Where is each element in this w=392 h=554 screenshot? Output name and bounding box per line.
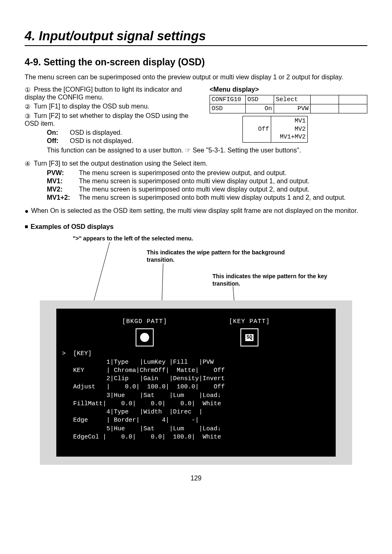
mv12-desc: The menu screen is superimposed onto bot… xyxy=(79,194,346,201)
osd-menu-text: > [KEY] 1|Type |LumKey |Fill |PVW KEY | … xyxy=(62,350,318,441)
page-number: 129 xyxy=(25,475,367,482)
menu-sub-mv12: MV1+MV2 xyxy=(273,133,306,141)
bkgd-pattern-label: [BKGD PATT] xyxy=(122,318,167,326)
step-4: ④ Turn [F3] to set the output destinatio… xyxy=(25,160,367,168)
section-title: 4-9. Setting the on-screen display (OSD) xyxy=(25,57,367,68)
mv1-label: MV1: xyxy=(47,178,77,185)
key-pattern-label: [KEY PATT] xyxy=(229,318,270,326)
menu-r1c4 xyxy=(311,95,339,104)
step-3: ③ Turn [F2] to set whether to display th… xyxy=(25,112,204,127)
chapter-title: 4. Input/output signal settings xyxy=(25,29,367,46)
bullet-icon: ● xyxy=(25,207,29,215)
menu-r1c1: CONFIG10 xyxy=(210,95,246,104)
note-bullet: ● When On is selected as the OSD item se… xyxy=(25,207,367,215)
menu-display-table-sub: Off MV1 MV2 MV1+MV2 xyxy=(242,116,308,143)
menu-r1c5 xyxy=(339,95,367,104)
step-1-text: Press the [CONFIG] button to light its i… xyxy=(25,86,182,101)
mv2-desc: The menu screen is superimposed onto mul… xyxy=(79,186,309,193)
menu-r1c2: OSD xyxy=(246,95,274,104)
step-1-number: ① xyxy=(25,86,32,94)
mv2-label: MV2: xyxy=(47,186,77,193)
function-note: This function can be assigned to a user … xyxy=(25,146,367,154)
menu-r2c1: OSD xyxy=(210,104,246,113)
osd-example-panel: [BKGD PATT] [KEY PATT] SQ > [KEY] 1|Type… xyxy=(40,300,352,465)
mv12-label: MV1+2: xyxy=(47,194,77,201)
examples-heading-text: Examples of OSD displays xyxy=(30,223,113,231)
step-2-number: ② xyxy=(25,103,32,111)
step-3-on: On: OSD is displayed. xyxy=(47,129,204,136)
key-pattern-block: [KEY PATT] SQ xyxy=(229,318,270,346)
step-2-text: Turn [F1] to display the OSD sub menu. xyxy=(34,103,149,110)
step-3-off: Off: OSD is not displayed. xyxy=(47,137,204,145)
on-desc: OSD is displayed. xyxy=(70,129,122,136)
bkgd-pattern-icon xyxy=(136,328,154,346)
step-1: ① Press the [CONFIG] button to light its… xyxy=(25,86,204,101)
square-icon: ■ xyxy=(25,223,28,231)
pvw-label: PVW: xyxy=(47,169,77,177)
osd-screen: [BKGD PATT] [KEY PATT] SQ > [KEY] 1|Type… xyxy=(56,309,336,457)
step-3-number: ③ xyxy=(25,112,32,120)
section-intro: The menu screen can be superimposed onto… xyxy=(25,74,367,81)
menu-sub-mv1: MV1 xyxy=(273,117,306,125)
menu-r2c4 xyxy=(311,104,339,113)
mv1-desc: The menu screen is superimposed onto mul… xyxy=(79,178,309,185)
step-3-text: Turn [F2] to set whether to display the … xyxy=(25,112,189,127)
menu-display-table-main: CONFIG10 OSD Select OSD On PVW xyxy=(210,95,367,113)
step-4-mv12: MV1+2: The menu screen is superimposed o… xyxy=(47,194,367,201)
step-2: ② Turn [F1] to display the OSD sub menu. xyxy=(25,103,204,111)
menu-r2c2: On xyxy=(246,104,274,113)
note-text: When On is selected as the OSD item sett… xyxy=(31,207,358,215)
menu-r2c3: PVW xyxy=(274,104,311,113)
step-4-text: Turn [F3] to set the output destination … xyxy=(34,160,208,167)
off-desc: OSD is not displayed. xyxy=(70,137,133,145)
step-4-mv1: MV1: The menu screen is superimposed ont… xyxy=(47,178,367,185)
step-4-number: ④ xyxy=(25,160,32,168)
menu-display-heading: <Menu display> xyxy=(210,86,367,93)
menu-sub-off: Off xyxy=(243,116,271,143)
menu-sub-mv2: MV2 xyxy=(273,125,306,134)
pvw-desc: The menu screen is superimposed onto the… xyxy=(79,169,286,177)
step-4-mv2: MV2: The menu screen is superimposed ont… xyxy=(47,186,367,193)
menu-r1c3: Select xyxy=(274,95,311,104)
menu-r2c5 xyxy=(339,104,367,113)
on-label: On: xyxy=(47,129,68,136)
key-pattern-icon: SQ xyxy=(240,328,258,346)
off-label: Off: xyxy=(47,137,68,145)
examples-heading: ■ Examples of OSD displays xyxy=(25,223,367,231)
step-4-pvw: PVW: The menu screen is superimposed ont… xyxy=(47,169,367,177)
bkgd-pattern-block: [BKGD PATT] xyxy=(122,318,167,346)
key-pattern-sq: SQ xyxy=(245,334,254,341)
